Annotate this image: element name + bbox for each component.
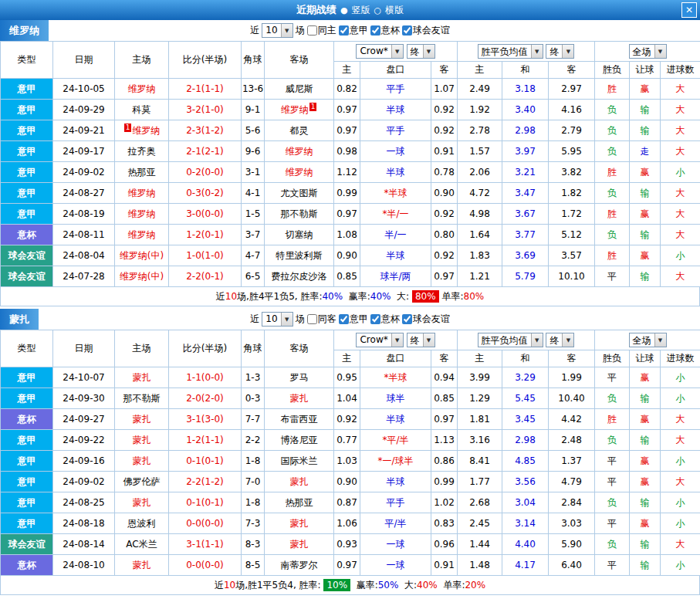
- scope-select[interactable]: 全场▼: [629, 44, 667, 59]
- home-team[interactable]: 佛罗伦萨: [115, 472, 169, 492]
- summary-segment: 40%: [322, 291, 343, 302]
- col-header-score: 比分(半场): [169, 42, 242, 79]
- match-type: 意甲: [1, 204, 53, 225]
- radio-unselected-icon[interactable]: ○: [374, 5, 382, 15]
- home-team[interactable]: 恩波利: [115, 513, 169, 534]
- handicap-select-group: Crow*▼ 终▼: [334, 42, 458, 62]
- corner-count: 4-7: [242, 245, 265, 266]
- away-team[interactable]: 蒙扎: [265, 534, 334, 555]
- handicap-line: 平/半: [360, 513, 431, 534]
- bookmaker-select[interactable]: Crow*▼: [356, 44, 403, 59]
- home-team[interactable]: 蒙扎: [115, 430, 169, 451]
- home-team[interactable]: 蒙扎: [115, 409, 169, 430]
- avg-away-odds: 2.97: [549, 79, 595, 100]
- away-team[interactable]: 维罗纳1: [265, 100, 334, 120]
- coppa-checkbox[interactable]: [370, 25, 380, 36]
- home-team[interactable]: AC米兰: [115, 534, 169, 555]
- home-team[interactable]: 科莫: [115, 100, 169, 120]
- filter-same-venue[interactable]: 同主: [307, 24, 336, 37]
- serie-a-checkbox[interactable]: [339, 314, 349, 324]
- home-team[interactable]: 蒙扎: [115, 451, 169, 472]
- away-team[interactable]: 国际米兰: [265, 451, 334, 472]
- away-team[interactable]: 南蒂罗尔: [265, 555, 334, 576]
- handicap-home-odds: 0.97: [334, 100, 360, 120]
- match-type: 球会友谊: [1, 245, 53, 266]
- bookmaker-select[interactable]: Crow*▼: [356, 333, 403, 347]
- filter-coppa[interactable]: 意杯: [370, 24, 400, 37]
- handicap-time-select[interactable]: 终▼: [407, 44, 435, 59]
- team-text: 热那亚: [286, 497, 313, 508]
- home-team[interactable]: 维罗纳: [115, 79, 169, 100]
- scope-select-group: 全场▼: [595, 42, 700, 62]
- home-team[interactable]: 维罗纳: [115, 183, 169, 204]
- home-team[interactable]: 维罗纳(中): [115, 245, 169, 266]
- friendly-checkbox[interactable]: [402, 25, 412, 36]
- filter-coppa[interactable]: 意杯: [370, 313, 400, 326]
- handicap-away-odds: 0.92: [431, 120, 458, 141]
- summary-segment: 近: [216, 290, 225, 303]
- home-team[interactable]: 蒙扎: [115, 367, 169, 388]
- filter-same-venue[interactable]: 同客: [307, 313, 336, 326]
- home-team[interactable]: 蒙扎: [115, 555, 169, 576]
- away-team[interactable]: 蒙扎: [265, 513, 334, 534]
- away-team[interactable]: 那不勒斯: [265, 204, 334, 225]
- filter-serie-a[interactable]: 意甲: [339, 313, 368, 326]
- home-team[interactable]: 1维罗纳: [115, 120, 169, 141]
- team-section-header: 维罗纳 近 10▼ 场 同主 意甲 意杯 球会友谊: [0, 20, 700, 41]
- match-row: 意杯24-08-10蒙扎0-0(0-0)8-5南蒂罗尔0.97一球0.911.4…: [1, 555, 700, 576]
- away-team[interactable]: 蒙扎: [265, 388, 334, 409]
- away-team[interactable]: 蒙扎: [265, 472, 334, 492]
- filter-friendly[interactable]: 球会友谊: [402, 24, 450, 37]
- goals-outcome: 小: [661, 245, 700, 266]
- away-team[interactable]: 费拉尔皮沙洛: [265, 266, 334, 287]
- handicap-home-odds: 1.12: [334, 162, 360, 183]
- away-team[interactable]: 维罗纳: [265, 162, 334, 183]
- away-team[interactable]: 特里波利斯: [265, 245, 334, 266]
- scope-select[interactable]: 全场▼: [629, 333, 667, 347]
- close-icon[interactable]: ✕: [681, 2, 697, 18]
- match-count-select[interactable]: 10▼: [262, 312, 293, 327]
- coppa-checkbox[interactable]: [370, 314, 380, 324]
- home-team[interactable]: 蒙扎: [115, 492, 169, 513]
- layout-vertical-option[interactable]: 竖版: [352, 4, 370, 17]
- home-team[interactable]: 那不勒斯: [115, 388, 169, 409]
- away-team[interactable]: 布雷西亚: [265, 409, 334, 430]
- avg-time-select[interactable]: 终▼: [546, 44, 574, 59]
- handicap-line: 一球: [360, 534, 431, 555]
- serie-a-checkbox[interactable]: [339, 25, 349, 36]
- away-team[interactable]: 维罗纳: [265, 141, 334, 162]
- away-team[interactable]: 博洛尼亚: [265, 430, 334, 451]
- friendly-checkbox[interactable]: [402, 314, 412, 324]
- filter-serie-a[interactable]: 意甲: [339, 24, 368, 37]
- same-venue-checkbox[interactable]: [307, 314, 317, 324]
- home-team[interactable]: 维罗纳: [115, 204, 169, 225]
- team-text: 那不勒斯: [281, 208, 318, 219]
- table-selects-row: 类型 日期 主场 比分(半场) 角球 客场 Crow*▼ 终▼ 胜平负均值▼ 终…: [1, 42, 700, 62]
- away-team[interactable]: 切塞纳: [265, 225, 334, 245]
- filter-friendly[interactable]: 球会友谊: [402, 313, 450, 326]
- away-team[interactable]: 都灵: [265, 120, 334, 141]
- match-count-select[interactable]: 10▼: [262, 23, 293, 38]
- away-team[interactable]: 罗马: [265, 367, 334, 388]
- same-venue-checkbox[interactable]: [307, 25, 317, 36]
- match-type: 意甲: [1, 183, 53, 204]
- away-team[interactable]: 尤文图斯: [265, 183, 334, 204]
- away-team[interactable]: 热那亚: [265, 492, 334, 513]
- match-date: 24-10-05: [53, 79, 115, 100]
- result-outcome: 负: [595, 430, 630, 451]
- avg-time-select[interactable]: 终▼: [546, 333, 574, 347]
- handicap-home-odds: 0.90: [334, 245, 360, 266]
- home-team[interactable]: 维罗纳: [115, 225, 169, 245]
- layout-horizontal-option[interactable]: 横版: [385, 4, 404, 17]
- home-team[interactable]: 拉齐奥: [115, 141, 169, 162]
- home-team[interactable]: 维罗纳(中): [115, 266, 169, 287]
- home-team[interactable]: 热那亚: [115, 162, 169, 183]
- radio-selected-icon[interactable]: ●: [340, 5, 348, 15]
- handicap-outcome: 赢: [630, 162, 661, 183]
- handicap-home-odds: 0.95: [334, 367, 360, 388]
- away-team[interactable]: 威尼斯: [265, 79, 334, 100]
- avg-odds-select[interactable]: 胜平负均值▼: [478, 333, 543, 347]
- avg-odds-select[interactable]: 胜平负均值▼: [478, 44, 543, 59]
- handicap-outcome: 输: [630, 183, 661, 204]
- handicap-time-select[interactable]: 终▼: [407, 333, 435, 347]
